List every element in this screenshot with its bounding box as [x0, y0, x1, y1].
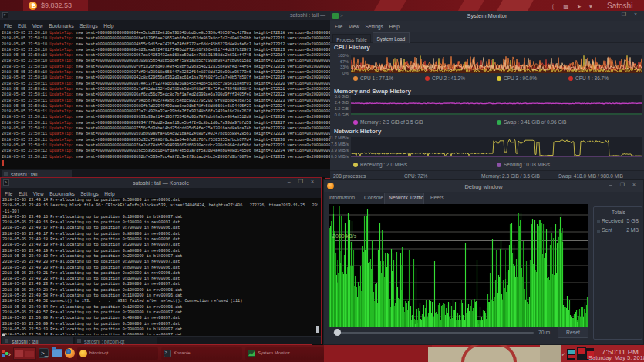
- svg-text:2000 kB/s: 2000 kB/s: [332, 233, 357, 239]
